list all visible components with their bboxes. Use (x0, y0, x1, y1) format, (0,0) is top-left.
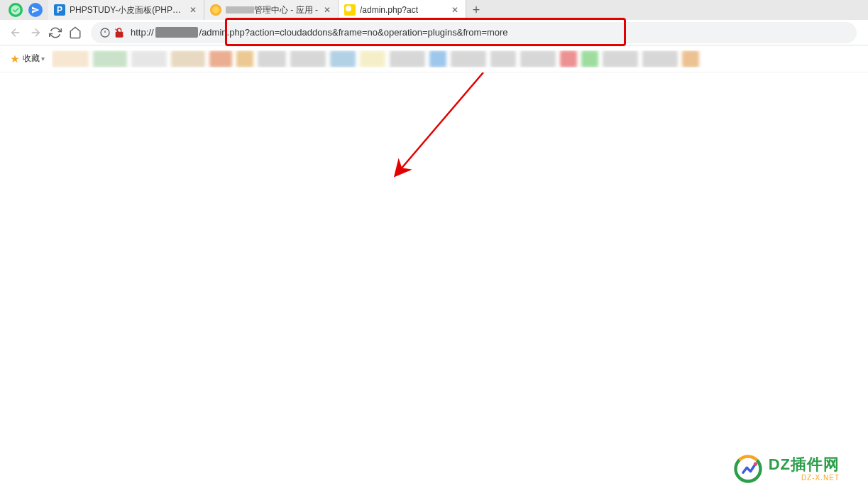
bookmark-item[interactable] (682, 50, 699, 67)
page-content: DZ插件网 DZ-X.NET (0, 72, 868, 498)
forward-button[interactable] (26, 23, 45, 43)
close-icon[interactable]: ✕ (450, 5, 460, 15)
bookmark-item[interactable] (290, 50, 326, 67)
bookmark-item[interactable] (429, 50, 446, 67)
bookmark-item[interactable] (131, 50, 167, 67)
bookmarks-bar: 收藏 ▾ (0, 45, 868, 72)
bookmark-item[interactable] (52, 50, 89, 67)
favicon-admin (210, 4, 221, 16)
bookmark-item[interactable] (258, 50, 286, 67)
site-info-icon[interactable] (99, 27, 111, 38)
bookmark-item[interactable] (209, 50, 232, 67)
close-icon[interactable]: ✕ (322, 5, 332, 15)
watermark-title: DZ插件网 (769, 456, 840, 473)
new-tab-button[interactable]: + (466, 0, 486, 20)
insecure-lock-icon[interactable] (114, 27, 125, 38)
favicon-phpstudy: P (54, 4, 65, 16)
bookmark-item[interactable] (330, 50, 356, 67)
bookmark-item[interactable] (171, 50, 205, 67)
home-button[interactable] (65, 23, 85, 43)
bookmark-item[interactable] (236, 50, 253, 67)
tab-admin-center[interactable]: 管理中心 - 应用 - ✕ (204, 0, 339, 20)
watermark: DZ插件网 DZ-X.NET (733, 454, 840, 484)
bookmark-item[interactable] (451, 50, 486, 67)
nav-send-icon[interactable] (28, 3, 43, 17)
watermark-logo-icon (733, 454, 763, 484)
tab-title: PHPSTUDY-小皮面板(PHPStu (70, 4, 184, 16)
close-icon[interactable]: ✕ (188, 5, 198, 15)
annotation-arrow (391, 72, 490, 179)
chevron-down-icon: ▾ (41, 55, 45, 63)
tab-strip: P PHPSTUDY-小皮面板(PHPStu ✕ 管理中心 - 应用 - ✕ /… (0, 0, 868, 20)
address-bar[interactable]: http:///admin.php?action=cloudaddons&fra… (91, 22, 857, 43)
bookmark-item[interactable] (93, 50, 127, 67)
bookmark-item[interactable] (642, 50, 678, 67)
bookmark-item[interactable] (560, 50, 577, 67)
tab-admin-php[interactable]: /admin.php?act ✕ (339, 0, 466, 20)
bookmarks-menu[interactable]: 收藏 ▾ (6, 53, 49, 65)
favicon-page (344, 4, 356, 16)
url-text: http:///admin.php?action=cloudaddons&fra… (131, 27, 848, 38)
reload-button[interactable] (45, 23, 65, 43)
bookmark-item[interactable] (360, 50, 385, 67)
bookmark-item[interactable] (581, 50, 598, 67)
back-button[interactable] (6, 23, 26, 43)
bookmark-item[interactable] (603, 50, 638, 67)
tab-title: /admin.php?act (360, 5, 446, 15)
svg-line-1 (400, 72, 483, 170)
tab-title: 管理中心 - 应用 - (226, 4, 318, 16)
bookmark-items (52, 50, 862, 67)
bookmark-item[interactable] (390, 50, 425, 67)
browser-app-icon[interactable] (9, 3, 23, 17)
navigation-bar: http:///admin.php?action=cloudaddons&fra… (0, 20, 868, 45)
watermark-subtitle: DZ-X.NET (769, 474, 840, 482)
bookmarks-label: 收藏 (23, 53, 40, 65)
bookmark-item[interactable] (490, 50, 516, 67)
tab-phpstudy[interactable]: P PHPSTUDY-小皮面板(PHPStu ✕ (48, 0, 204, 20)
bookmark-item[interactable] (520, 50, 556, 67)
svg-point-4 (754, 462, 757, 465)
